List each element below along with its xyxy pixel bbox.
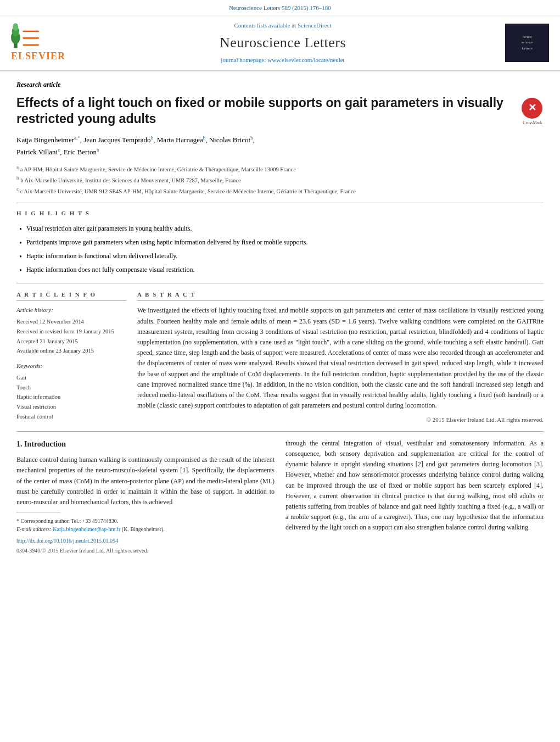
article-title-row: Effects of a light touch on fixed or mob…: [16, 95, 544, 128]
svg-rect-5: [23, 37, 39, 39]
homepage-label: journal homepage:: [221, 57, 266, 63]
highlight-item-4: Haptic information does not fully compen…: [19, 264, 544, 277]
footnote-divider: [16, 512, 60, 512]
journal-header-center: Contents lists available at ScienceDirec…: [60, 21, 505, 65]
neuroscience-letters-logo: NeuroscienceLetters: [505, 24, 549, 62]
info-abstract-columns: A R T I C L E I N F O Article history: R…: [16, 290, 544, 425]
revised-date: Received in revised form 19 January 2015: [16, 327, 126, 337]
main-content: Research article Effects of a light touc…: [0, 71, 560, 564]
keywords-section: Keywords: Gait Touch Haptic information …: [16, 361, 126, 422]
svg-rect-4: [23, 31, 39, 32]
email-link[interactable]: Katja.bingenheimer@ap-hm.fr: [53, 526, 120, 532]
accepted-date: Accepted 21 January 2015: [16, 337, 126, 347]
body-col-left: 1. Introduction Balance control during h…: [16, 438, 275, 555]
body-content: 1. Introduction Balance control during h…: [16, 438, 544, 555]
highlight-item-3: Haptic information is functional when de…: [19, 250, 544, 264]
journal-homepage: journal homepage: www.elsevier.com/locat…: [60, 55, 505, 65]
keyword-4: Visual restriction: [16, 402, 126, 412]
contents-available-line: Contents lists available at ScienceDirec…: [60, 21, 505, 30]
online-date: Available online 23 January 2015: [16, 346, 126, 356]
elsevier-logo: ELSEVIER: [11, 21, 60, 64]
keyword-3: Haptic information: [16, 392, 126, 402]
received-date: Received 12 November 2014: [16, 317, 126, 327]
body-divider: [16, 431, 544, 432]
keyword-5: Postural control: [16, 412, 126, 422]
journal-name: Neuroscience Letters: [60, 32, 505, 53]
doi-link[interactable]: http://dx.doi.org/10.1016/j.neulet.2015.…: [16, 537, 275, 545]
elsevier-wordmark: ELSEVIER: [11, 49, 65, 64]
affiliation-c: c c Aix-Marseille Université, UMR 912 SE…: [16, 185, 544, 196]
article-type: Research article: [16, 80, 544, 90]
affiliation-b: b b Aix-Marseille Université, Institut d…: [16, 174, 544, 185]
abstract-column: A B S T R A C T We investigated the effe…: [137, 290, 544, 425]
divider-highlights: [16, 203, 544, 203]
top-bar: Neuroscience Letters 589 (2015) 176–180: [0, 0, 560, 15]
article-history-label: Article history:: [16, 305, 126, 315]
highlight-item-1: Visual restriction alter gait parameters…: [19, 222, 544, 236]
highlights-section: H I G H L I G H T S Visual restriction a…: [16, 209, 544, 277]
article-info-header: A R T I C L E I N F O: [16, 290, 126, 302]
footnote-corresponding: * Corresponding author. Tel.: +33 491744…: [16, 517, 275, 533]
svg-rect-6: [23, 44, 39, 46]
homepage-url[interactable]: www.elsevier.com/locate/neulet: [267, 57, 344, 63]
journal-header: ELSEVIER Contents lists available at Sci…: [0, 15, 560, 71]
copyright: © 2015 Elsevier Ireland Ltd. All rights …: [137, 415, 544, 425]
article-title: Effects of a light touch on fixed or mob…: [16, 95, 516, 128]
svg-point-3: [13, 23, 18, 30]
intro-col2-text: through the central integration of visua…: [285, 438, 544, 533]
intro-col1-text: Balance control during human walking is …: [16, 455, 275, 507]
affiliations: a a AP-HM, Hôpital Sainte Marguerite, Se…: [16, 163, 544, 197]
keyword-1: Gait: [16, 373, 126, 383]
journal-reference: Neuroscience Letters 589 (2015) 176–180: [229, 4, 331, 11]
abstract-text: We investigated the effects of lightly t…: [137, 305, 544, 411]
elsevier-tree-icon: [11, 21, 44, 49]
highlight-item-2: Participants improve gait parameters whe…: [19, 236, 544, 250]
article-info-column: A R T I C L E I N F O Article history: R…: [16, 290, 126, 425]
crossmark-icon: ✕: [522, 98, 542, 119]
highlights-list: Visual restriction alter gait parameters…: [16, 222, 544, 277]
affiliation-a: a a AP-HM, Hôpital Sainte Marguerite, Se…: [16, 163, 544, 174]
science-direct-link[interactable]: ScienceDirect: [298, 22, 332, 29]
highlights-title: H I G H L I G H T S: [16, 209, 544, 218]
body-col-right: through the central integration of visua…: [285, 438, 544, 555]
intro-title: 1. Introduction: [16, 438, 275, 450]
keyword-2: Touch: [16, 383, 126, 393]
email-label: E-mail address: Katja.bingenheimer@ap-hm…: [16, 526, 165, 532]
authors-line: Katja Bingenheimera,*, Jean Jacques Temp…: [16, 134, 544, 158]
footer-rights: 0304-3940/© 2015 Elsevier Ireland Ltd. A…: [16, 546, 275, 555]
contents-label: Contents lists available at: [234, 22, 296, 29]
abstract-header: A B S T R A C T: [137, 290, 544, 302]
crossmark-badge: ✕ CrossMark: [522, 98, 544, 126]
keywords-label: Keywords:: [16, 361, 126, 371]
divider-abstract: [16, 283, 544, 283]
